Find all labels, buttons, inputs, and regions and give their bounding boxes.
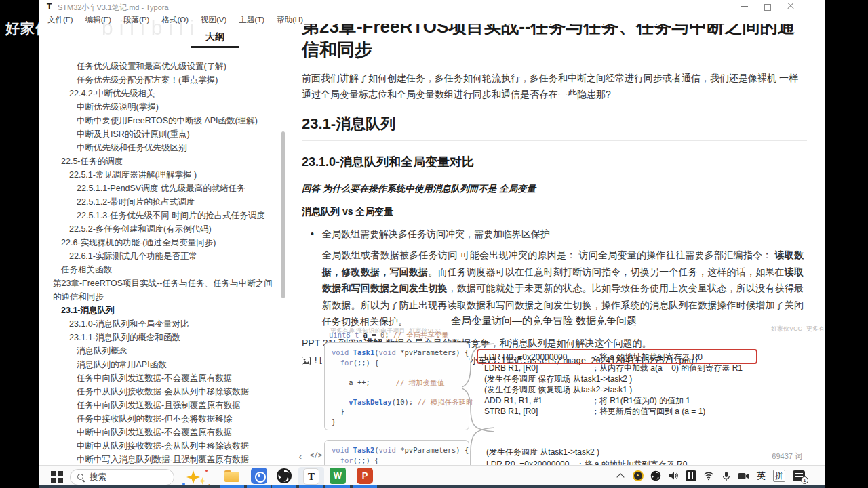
source-code-mode-icon[interactable]: </> (310, 451, 322, 459)
outline-item[interactable]: 22.5.1.3-任务优先级不同 时间片的抢占式任务调度 (39, 209, 279, 222)
outline-item[interactable]: 中断优先级说明(掌握) (39, 100, 279, 114)
asm-line: STRB R1, [R0]；将更新后的值写回到 a (a = 1) (484, 406, 743, 417)
question-line: 回答 为什么要在操作系统中使用消息队列而不是 全局变量 (302, 183, 807, 195)
outline-item[interactable]: 22.6-实现裸机的功能-(通过全局变量同步) (39, 236, 279, 249)
outline-item[interactable]: 任务优先级设置和最高优先级设置(了解) (39, 60, 279, 73)
tab-outline[interactable]: 大纲 (205, 31, 224, 43)
outline-item[interactable]: 22.5.1.2-带时间片的抢占式调度 (39, 195, 279, 209)
screen-black-border (825, 0, 868, 488)
outline-item[interactable]: 任务中向队列发送数据-且强制覆盖原有数据 (39, 399, 279, 412)
outline-item[interactable]: 消息队列概念 (39, 344, 279, 358)
doc-heading-h2: 23.1-消息队列 (302, 114, 807, 141)
screen-record-icon[interactable] (632, 470, 644, 482)
outline-item[interactable]: 中断中从队列接收数据-会从队列中移除该数据 (39, 439, 279, 453)
window-titlebar: T STM32小车V3.1笔记.md - Typora (39, 0, 825, 13)
code-line: void Task2(void *pvParameters) { (332, 445, 462, 455)
menu-item[interactable]: 主题(T) (233, 13, 271, 26)
asm-line: ADD R1, R1, #1；将 R1(R1值为0) 的值加 1 (484, 395, 743, 406)
copilot-sparkle-icon[interactable] (181, 469, 212, 487)
taskbar-camera-app[interactable] (246, 466, 272, 486)
outline-item[interactable]: 22.6.1-实际测试几个功能是否正常 (39, 249, 279, 263)
typora-icon: T (303, 468, 319, 485)
taskbar-typora[interactable]: T (298, 467, 324, 486)
ime-pinyin-indicator[interactable]: 拼 (773, 470, 785, 482)
outline-item[interactable]: 任务中从队列接收数据-会从队列中移除该数据 (39, 385, 279, 399)
outline-item[interactable]: 22.5.1.1-PendSV调度 优先级最高的就绪任务 (39, 182, 279, 195)
sidebar-toggle-icon[interactable]: ‹ (294, 450, 307, 464)
outline-item[interactable]: 任务中接收队列的数据-但不会将数据移除 (39, 412, 279, 426)
code-line: vTaskDelay(10); // 模拟任务延时 (332, 397, 462, 407)
outline-item[interactable]: 任务中向队列发送数据-不会覆盖原有数据 (39, 371, 279, 385)
outline-item[interactable]: 第23章-FreeRTOS项目实战--任务与任务、任务与中断之间的通信和同步 (39, 277, 279, 304)
run-indicator-camera (247, 485, 271, 488)
vs-line: 消息队列 vs 全局变量 (302, 206, 807, 218)
minimize-button[interactable] (741, 3, 749, 9)
asm-line: LDRB R1, [R0]；从内存中加载 a(a = 0) 的值到寄存器 R1 (484, 363, 743, 373)
notification-center-icon[interactable]: 1 (791, 470, 806, 482)
wifi-icon[interactable] (703, 470, 714, 482)
captured-screen: T STM32小车V3.1笔记.md - Typora 文件(F)编辑(E)段落… (39, 0, 825, 488)
typora-logo-icon: T (47, 2, 52, 12)
code-line: } (332, 417, 462, 427)
run-indicator-ppt (353, 485, 377, 488)
close-button[interactable] (787, 3, 795, 9)
run-indicator-obs (272, 485, 296, 488)
maximize-button[interactable] (764, 3, 772, 9)
outline-item[interactable]: 22.5.1-常见调度器讲解(理解掌握 ) (39, 168, 279, 182)
microphone-icon[interactable] (720, 470, 732, 482)
search-icon (77, 474, 85, 481)
outline-item[interactable]: 任务优先级分配分配方案！(重点掌握) (39, 73, 279, 87)
run-indicator-wps (326, 485, 350, 488)
obs-icon (276, 468, 292, 484)
ime-english-indicator[interactable]: 英 (755, 470, 767, 482)
code-line: for(;;) { (332, 455, 462, 466)
outline-item[interactable]: 中断中写入消息队列数据-且强制覆盖原有数据 (39, 453, 279, 465)
intro-paragraph: 前面我们讲解了如何创建任务，多任务如何轮流执行，多任务和中断之间经常进行同步或者… (302, 70, 807, 102)
outline-item[interactable]: 23.1.1-消息队列的概念和函数 (39, 331, 279, 344)
ime-panel-icon[interactable] (685, 470, 696, 482)
doc-heading-h3: 23.1.0-消息队列和全局变量对比 (302, 154, 807, 170)
outline-item[interactable]: 中断中要使用FreeRTOS的中断级 API函数(理解) (39, 114, 279, 127)
asm-line: (发生任务调度 恢复现场 从task2->task1 ) (484, 384, 743, 395)
hidden-icons-chevron-icon[interactable] (614, 470, 626, 482)
asm-line: (发生任务调度 从task1->task2 ) (486, 446, 687, 458)
outline-item[interactable]: 任务相关函数 (39, 263, 279, 277)
faint-stream-watermark: bilibili (102, 16, 200, 39)
taskbar-search[interactable]: 搜索 (70, 469, 174, 485)
code-line (332, 367, 462, 378)
assembly-block: LDR R0, =0x20000000；将 a 的地址加载到寄存器 R0LDRB… (484, 352, 743, 417)
system-tray: 英 拼 1 (614, 466, 806, 486)
obs-tray-icon[interactable] (650, 470, 661, 482)
task2-assembly-block: (发生任务调度 从task1->task2 )LDR R0, =0x200000… (486, 446, 687, 465)
speaker-icon[interactable] (667, 470, 679, 482)
taskbar-wps-writer[interactable]: W (325, 466, 351, 486)
outline-item[interactable]: 23.1.0-消息队列和全局变量对比 (39, 317, 279, 331)
sidebar-scrollbar[interactable] (281, 131, 285, 298)
outline-item[interactable]: 消息队列的常用API函数 (39, 358, 279, 371)
outline-item[interactable]: 中断中向队列发送数据-不会覆盖原有数据 (39, 426, 279, 439)
run-indicator-typora (299, 485, 323, 488)
outline-item[interactable]: 中断及其ISR的设计原则(重点) (39, 127, 279, 141)
code-line: a ++; // 增加变量值 (332, 378, 462, 388)
outline-item[interactable]: 22.4.2-中断优先级相关 (39, 87, 279, 100)
tab-outline-underline (191, 46, 239, 48)
code-line: } (332, 407, 462, 417)
outline-item[interactable]: 22.5-任务的调度 (39, 155, 279, 168)
menu-item[interactable]: 视图(V) (195, 13, 233, 26)
outline-item[interactable]: 中断优先级和任务优先级区别 (39, 141, 279, 155)
bullet-item: 全局数组需要解决多任务访问冲突，需要加临界区保护 (302, 228, 807, 241)
taskbar-obs-studio[interactable] (271, 466, 297, 486)
taskbar-file-explorer[interactable] (219, 466, 245, 486)
folder-icon (224, 470, 239, 482)
outline-item[interactable]: 23.1-消息队列 (39, 304, 279, 317)
search-label: 搜索 (90, 472, 106, 483)
asm-line: LDR R0, =0x20000000 ；将 a 的地址加载到寄存器 R0 (486, 458, 687, 465)
video-camera-icon[interactable] (738, 470, 749, 482)
code-line: void Task1(void *pvParameters) { (332, 348, 462, 358)
code-line: for(;;) { (332, 358, 462, 368)
doc-heading-h1: 第23章-FreeRTOS项目实战--任务与任务、任务与中断之间的通信和同步 (302, 24, 807, 61)
taskbar-powerpoint[interactable]: P (352, 466, 378, 486)
start-button[interactable] (51, 471, 63, 483)
notification-badge: 1 (801, 476, 808, 484)
outline-item[interactable]: 22.5.2-多任务创建和调度(有示例代码) (39, 222, 279, 236)
